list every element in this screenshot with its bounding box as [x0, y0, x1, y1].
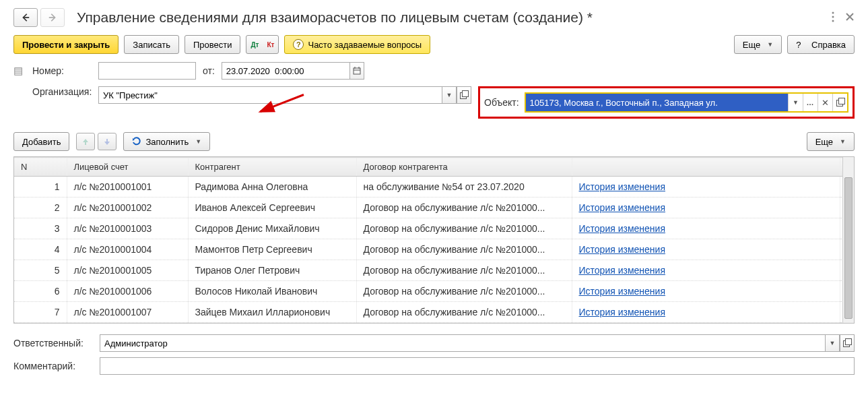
history-link[interactable]: История изменения — [579, 181, 665, 192]
arrow-down-icon — [103, 138, 111, 146]
kt-label: Кт — [267, 42, 274, 48]
cell-contragent: Мамонтов Петр Сергеевич — [188, 239, 356, 260]
kebab-menu-icon[interactable] — [832, 11, 834, 24]
chevron-down-icon: ▼ — [446, 92, 453, 98]
org-label: Организация: — [32, 86, 92, 119]
calendar-button[interactable] — [349, 62, 364, 80]
col-history[interactable] — [572, 158, 840, 177]
help-question-icon: ? — [796, 40, 801, 50]
document-icon: ▤ — [13, 65, 26, 77]
window-title: Управление сведениями для взаиморасчетов… — [77, 9, 832, 26]
fill-button[interactable]: Заполнить ▼ — [123, 132, 210, 151]
move-down-button[interactable] — [98, 133, 116, 150]
history-link[interactable]: История изменения — [579, 307, 665, 317]
history-link[interactable]: История изменения — [579, 202, 665, 213]
cell-contract: Договор на обслуживание л/с №201000... — [356, 239, 572, 260]
cell-contragent: Тиранов Олег Петрович — [188, 260, 356, 281]
vertical-scrollbar[interactable] — [842, 157, 854, 323]
history-link[interactable]: История изменения — [579, 286, 665, 297]
question-icon: ? — [293, 39, 304, 50]
comment-label: Комментарий: — [13, 361, 93, 371]
svg-rect-3 — [354, 68, 360, 74]
from-label: от: — [203, 65, 215, 76]
nav-back-button[interactable] — [13, 8, 38, 27]
accounts-table: N Лицевой счет Контрагент Договор контра… — [14, 157, 854, 323]
responsible-input[interactable] — [100, 334, 825, 352]
cell-n: 2 — [14, 198, 67, 218]
chevron-down-icon: ▼ — [830, 340, 836, 346]
cell-contract: Договор на обслуживание л/с №201000... — [356, 218, 572, 239]
date-input[interactable] — [222, 62, 349, 80]
nav-forward-button[interactable] — [40, 8, 65, 27]
faq-button[interactable]: ? Часто задаваемые вопросы — [284, 35, 430, 54]
object-input[interactable] — [526, 94, 788, 111]
cell-contragent: Иванов Алексей Сергеевич — [188, 198, 356, 218]
svg-point-0 — [832, 11, 834, 13]
add-row-button[interactable]: Добавить — [13, 132, 69, 151]
move-up-button[interactable] — [76, 133, 95, 150]
comment-input[interactable] — [100, 357, 855, 375]
post-and-close-button[interactable]: Провести и закрыть — [13, 35, 119, 54]
cell-account: л/с №2010001001 — [67, 177, 188, 198]
ellipsis-icon: … — [807, 98, 815, 107]
cell-contract: Договор на обслуживание л/с №201000... — [356, 198, 572, 218]
cell-n: 5 — [14, 260, 67, 281]
dtkt-button[interactable]: Дт Кт — [246, 35, 279, 54]
responsible-open-button[interactable] — [840, 334, 855, 352]
cell-contragent: Радимова Анна Олеговна — [188, 177, 356, 198]
table-row[interactable]: 5л/с №2010001005Тиранов Олег ПетровичДог… — [14, 260, 854, 281]
org-dropdown-button[interactable]: ▼ — [442, 86, 457, 104]
dt-label: Дт — [251, 42, 259, 48]
table-more-button[interactable]: Еще▼ — [807, 132, 855, 151]
help-label: Справка — [811, 40, 846, 50]
history-link[interactable]: История изменения — [579, 223, 665, 234]
object-clear-button[interactable]: ✕ — [817, 94, 832, 111]
svg-point-2 — [832, 20, 834, 22]
cell-account: л/с №2010001006 — [67, 281, 188, 302]
object-dropdown-button[interactable]: ▼ — [788, 94, 803, 111]
org-open-button[interactable] — [457, 86, 471, 104]
chevron-down-icon: ▼ — [793, 99, 799, 106]
cell-contragent: Сидоров Денис Михайлович — [188, 218, 356, 239]
responsible-dropdown-button[interactable]: ▼ — [825, 334, 840, 352]
more-button[interactable]: Еще▼ — [734, 35, 782, 54]
open-external-icon — [460, 91, 468, 99]
cell-account: л/с №2010001002 — [67, 198, 188, 218]
cell-account: л/с №2010001005 — [67, 260, 188, 281]
table-row[interactable]: 6л/с №2010001006Волосов Николай Иванович… — [14, 281, 854, 302]
number-label: Номер: — [32, 65, 92, 76]
object-ellipsis-button[interactable]: … — [803, 94, 817, 111]
number-input[interactable] — [98, 62, 196, 80]
table-row[interactable]: 2л/с №2010001002Иванов Алексей Сергеевич… — [14, 198, 854, 218]
arrow-up-icon — [81, 138, 90, 146]
cell-contract: Договор на обслуживание л/с №201000... — [356, 281, 572, 302]
cell-n: 4 — [14, 239, 67, 260]
cell-account: л/с №2010001003 — [67, 218, 188, 239]
cell-contragent: Волосов Николай Иванович — [188, 281, 356, 302]
cell-n: 6 — [14, 281, 67, 302]
help-button[interactable]: ? Справка — [787, 35, 855, 54]
cell-contract: на обслуживание №54 от 23.07.2020 — [356, 177, 572, 198]
col-contract[interactable]: Договор контрагента — [356, 158, 572, 177]
scrollbar-thumb[interactable] — [844, 177, 853, 319]
table-row[interactable]: 7л/с №2010001007Зайцев Михаил Илларионов… — [14, 302, 854, 323]
table-row[interactable]: 1л/с №2010001001Радимова Анна Олеговнана… — [14, 177, 854, 198]
post-button[interactable]: Провести — [185, 35, 241, 54]
close-window-icon[interactable] — [845, 12, 855, 24]
save-button[interactable]: Записать — [124, 35, 179, 54]
cell-contragent: Зайцев Михаил Илларионович — [188, 302, 356, 323]
cell-contract: Договор на обслуживание л/с №201000... — [356, 302, 572, 323]
table-row[interactable]: 3л/с №2010001003Сидоров Денис Михайлович… — [14, 218, 854, 239]
responsible-label: Ответственный: — [13, 338, 93, 348]
close-icon: ✕ — [822, 98, 829, 108]
object-highlight-box: Объект: ▼ … ✕ — [478, 86, 855, 119]
history-link[interactable]: История изменения — [579, 265, 665, 276]
col-account[interactable]: Лицевой счет — [67, 158, 188, 177]
org-input[interactable] — [98, 86, 442, 104]
col-n[interactable]: N — [14, 158, 67, 177]
col-contragent[interactable]: Контрагент — [188, 158, 356, 177]
object-open-button[interactable] — [832, 94, 847, 111]
table-row[interactable]: 4л/с №2010001004Мамонтов Петр СергеевичД… — [14, 239, 854, 260]
history-link[interactable]: История изменения — [579, 244, 665, 255]
cell-account: л/с №2010001004 — [67, 239, 188, 260]
